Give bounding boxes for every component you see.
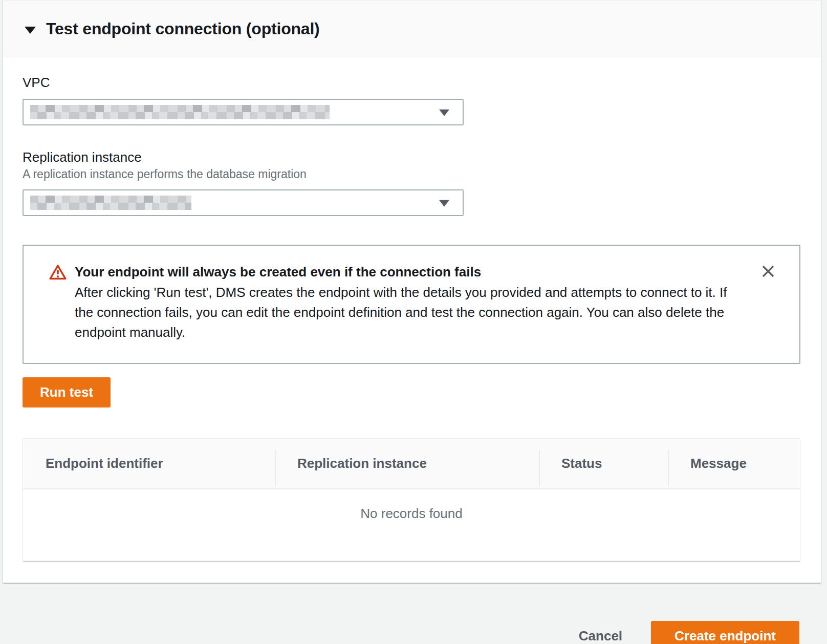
warning-body: After clicking 'Run test', DMS creates t… <box>75 283 738 342</box>
test-results-table: Endpoint identifier Replication instance… <box>23 438 800 561</box>
vpc-select[interactable] <box>23 99 464 125</box>
chevron-down-icon <box>439 110 449 116</box>
footer-actions: Cancel Create endpoint <box>0 583 827 644</box>
warning-title: Your endpoint will always be created eve… <box>75 262 738 282</box>
vpc-label: VPC <box>23 75 800 91</box>
warning-triangle-icon <box>49 264 67 283</box>
column-header-message: Message <box>668 439 800 489</box>
close-icon <box>760 264 776 281</box>
section-collapse-caret-icon <box>25 27 36 34</box>
replication-instance-select[interactable] <box>23 189 464 216</box>
column-header-status: Status <box>539 439 668 489</box>
run-test-button[interactable]: Run test <box>23 377 111 407</box>
create-endpoint-button[interactable]: Create endpoint <box>651 621 799 644</box>
replication-instance-label: Replication instance <box>23 149 800 165</box>
column-header-endpoint-identifier: Endpoint identifier <box>23 439 275 489</box>
column-header-replication-instance: Replication instance <box>275 439 539 489</box>
empty-state-message: No records found <box>23 489 800 561</box>
vpc-selected-value-redacted <box>30 105 330 119</box>
warning-alert: Your endpoint will always be created eve… <box>23 245 800 364</box>
section-header[interactable]: Test endpoint connection (optional) <box>3 1 821 57</box>
test-endpoint-connection-panel: Test endpoint connection (optional) VPC … <box>3 0 821 583</box>
section-title: Test endpoint connection (optional) <box>46 19 320 38</box>
section-body: VPC Replication instance A replication i… <box>3 57 821 583</box>
replication-instance-selected-value-redacted <box>30 196 191 210</box>
dismiss-warning-button[interactable] <box>759 263 777 281</box>
cancel-button[interactable]: Cancel <box>569 622 633 644</box>
chevron-down-icon <box>439 200 449 207</box>
replication-instance-description: A replication instance performs the data… <box>23 167 800 181</box>
